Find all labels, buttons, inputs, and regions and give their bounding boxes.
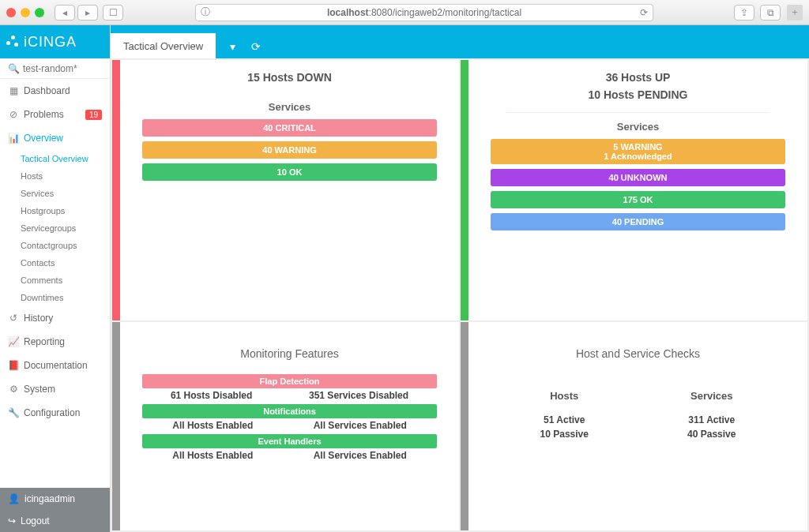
minimize-window-icon[interactable] <box>21 8 30 17</box>
bar-pending[interactable]: 40 PENDING <box>491 213 785 230</box>
flap-services[interactable]: 351 Services Disabled <box>309 390 408 401</box>
notifications-row: All Hosts Enabled All Services Enabled <box>142 420 437 431</box>
problems-icon: ⊘ <box>8 109 19 120</box>
tab-refresh-button[interactable]: ⟳ <box>244 35 268 58</box>
nav-history[interactable]: ↺ History <box>0 306 110 330</box>
event-handlers-header[interactable]: Event Handlers <box>142 434 437 448</box>
nav-overview[interactable]: 📊 Overview <box>0 126 110 150</box>
checks-hosts-col: Hosts 51 Active 10 Passive <box>540 390 589 441</box>
notifications-header[interactable]: Notifications <box>142 404 437 418</box>
sidebar-item-services[interactable]: Services <box>0 185 110 202</box>
sidebar-toggle-button[interactable]: ☐ <box>103 5 123 21</box>
hosts-down-title[interactable]: 15 Hosts DOWN <box>142 71 437 84</box>
services-label: Services <box>142 101 437 113</box>
tabs-button[interactable]: ⧉ <box>760 5 781 21</box>
panel-title: Monitoring Features <box>142 333 437 374</box>
bar-ok[interactable]: 10 OK <box>142 163 437 181</box>
tabbar: Tactical Overview ▾ ⟳ <box>111 25 809 58</box>
tab-dropdown-button[interactable]: ▾ <box>220 35 244 58</box>
services-label: Services <box>491 121 785 133</box>
sidebar: iCINGA 🔍 test-random* ▦ Dashboard ⊘ Prob… <box>0 25 111 532</box>
wrench-icon: 🔧 <box>8 407 19 418</box>
hosts-up-title[interactable]: 36 Hosts UP <box>491 71 785 84</box>
close-window-icon[interactable] <box>6 8 16 17</box>
sidebar-item-servicegroups[interactable]: Servicegroups <box>0 219 110 237</box>
sidebar-footer: 👤 icingaadmin ↪ Logout <box>0 488 110 532</box>
search-query: test-random* <box>23 63 77 74</box>
window-controls[interactable] <box>6 8 44 17</box>
nav-system[interactable]: ⚙ System <box>0 377 110 401</box>
nav-problems[interactable]: ⊘ Problems 19 <box>0 103 110 126</box>
share-button[interactable]: ⇪ <box>734 5 754 21</box>
problems-badge: 19 <box>85 110 102 120</box>
flap-header[interactable]: Flap Detection <box>142 374 437 388</box>
events-row: All Hosts Enabled All Services Enabled <box>142 450 437 461</box>
services-active[interactable]: 311 Active <box>687 413 736 427</box>
logo-icon <box>6 35 21 49</box>
nav-dashboard[interactable]: ▦ Dashboard <box>0 79 110 103</box>
book-icon: 📕 <box>8 360 19 371</box>
notif-services[interactable]: All Services Enabled <box>314 420 407 431</box>
sidebar-item-comments[interactable]: Comments <box>0 272 110 289</box>
dashboard-icon: ▦ <box>8 85 19 96</box>
status-stripe-grey <box>461 322 468 530</box>
events-services[interactable]: All Services Enabled <box>314 450 407 461</box>
tab-tactical-overview[interactable]: Tactical Overview <box>111 33 216 58</box>
back-button[interactable]: ◂ <box>55 5 75 21</box>
bar-warning[interactable]: 40 WARNING <box>142 141 437 159</box>
checks-services-label: Services <box>687 390 736 402</box>
sidebar-item-downtimes[interactable]: Downtimes <box>0 289 110 306</box>
panel-hosts-up: 36 Hosts UP 10 Hosts PENDING Services 5 … <box>461 60 807 320</box>
username: icingaadmin <box>24 493 75 504</box>
logo[interactable]: iCINGA <box>0 34 77 51</box>
bar-warning-line2: 1 Acknowledged <box>604 152 672 161</box>
brand-text: iCINGA <box>24 34 77 51</box>
logout-label: Logout <box>21 515 50 526</box>
logout-row[interactable]: ↪ Logout <box>0 510 110 532</box>
notif-hosts[interactable]: All Hosts Enabled <box>172 420 253 431</box>
reporting-icon: 📈 <box>8 336 19 347</box>
site-info-icon[interactable]: ⓘ <box>201 6 210 19</box>
bar-warning-line1: 5 WARNING <box>613 142 662 152</box>
sidebar-item-hostgroups[interactable]: Hostgroups <box>0 202 110 219</box>
nav-label: Reporting <box>24 336 65 347</box>
nav-label: History <box>24 313 53 324</box>
events-hosts[interactable]: All Hosts Enabled <box>172 450 253 461</box>
hosts-pending-title[interactable]: 10 Hosts PENDING <box>491 88 785 101</box>
nav-reporting[interactable]: 📈 Reporting <box>0 330 110 354</box>
hosts-active[interactable]: 51 Active <box>540 413 589 427</box>
sidebar-item-hosts[interactable]: Hosts <box>0 167 110 185</box>
address-bar[interactable]: ⓘ localhost:8080/icingaweb2/monitoring/t… <box>195 4 653 21</box>
gear-icon: ⚙ <box>8 384 19 395</box>
divider <box>506 112 769 113</box>
browser-chrome: ◂ ▸ ☐ ⓘ localhost:8080/icingaweb2/monito… <box>0 0 809 25</box>
nav-documentation[interactable]: 📕 Documentation <box>0 354 110 377</box>
sidebar-item-tactical-overview[interactable]: Tactical Overview <box>0 150 110 167</box>
sidebar-item-contacts[interactable]: Contacts <box>0 254 110 272</box>
services-passive[interactable]: 40 Passive <box>687 427 736 441</box>
hosts-passive[interactable]: 10 Passive <box>540 427 589 441</box>
checks-services-col: Services 311 Active 40 Passive <box>687 390 736 441</box>
new-tab-button[interactable]: ＋ <box>787 5 803 21</box>
tactical-grid: 15 Hosts DOWN Services 40 CRITICAL 40 WA… <box>111 58 809 532</box>
nav-configuration[interactable]: 🔧 Configuration <box>0 401 110 425</box>
bar-unknown[interactable]: 40 UNKNOWN <box>491 169 785 186</box>
fullscreen-window-icon[interactable] <box>35 8 44 17</box>
forward-button[interactable]: ▸ <box>77 5 98 21</box>
flap-row: 61 Hosts Disabled 351 Services Disabled <box>142 390 437 401</box>
bar-ok[interactable]: 175 OK <box>491 191 785 208</box>
nav-label: Problems <box>24 109 64 120</box>
bar-warning-ack[interactable]: 5 WARNING 1 Acknowledged <box>491 139 785 164</box>
user-row[interactable]: 👤 icingaadmin <box>0 488 110 510</box>
checks-hosts-label: Hosts <box>540 390 589 402</box>
search-input[interactable]: 🔍 test-random* <box>0 58 110 79</box>
brand-banner: iCINGA <box>0 25 110 58</box>
bar-critical[interactable]: 40 CRITICAL <box>142 119 437 137</box>
sidebar-item-contactgroups[interactable]: Contactgroups <box>0 237 110 254</box>
status-stripe-down <box>112 60 120 320</box>
nav-label: Overview <box>24 133 63 144</box>
panel-title: Host and Service Checks <box>491 333 785 374</box>
search-icon: 🔍 <box>8 63 20 74</box>
flap-hosts[interactable]: 61 Hosts Disabled <box>171 390 252 401</box>
reload-icon[interactable]: ⟳ <box>640 7 648 18</box>
